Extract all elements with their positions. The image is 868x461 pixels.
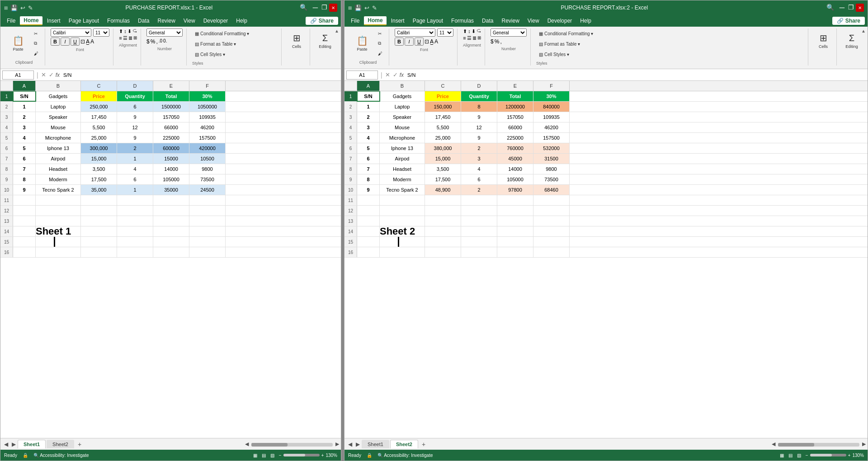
cancel-formula-btn-2[interactable]: ✕ [385, 71, 390, 78]
cut-btn-1[interactable]: ✂ [31, 28, 41, 38]
sheet-tab-sheet1-1[interactable]: Sheet1 [18, 440, 46, 448]
col-header-E-2[interactable]: E [497, 81, 533, 91]
menu-formulas-1[interactable]: Formulas [104, 17, 133, 25]
cell-D5-1[interactable]: 9 [117, 133, 153, 143]
share-btn-2[interactable]: 🔗 Share [832, 17, 865, 25]
close-btn-2[interactable]: ✕ [856, 4, 864, 12]
cell-B6-1[interactable]: Iphone 13 [36, 143, 81, 153]
cell-C4-1[interactable]: 5,500 [81, 122, 117, 132]
cut-btn-2[interactable]: ✂ [375, 28, 385, 38]
col-header-D-2[interactable]: D [461, 81, 497, 91]
col-header-F-1[interactable]: F [189, 81, 226, 91]
comma-btn-2[interactable]: , [500, 38, 501, 45]
sheet-nav-left-2[interactable]: ◀ [346, 441, 354, 447]
col-header-A-1[interactable]: A [13, 81, 36, 91]
decrease-decimal-btn[interactable]: 0. [163, 38, 167, 45]
scrollbar-thumb-1[interactable] [251, 443, 288, 447]
conditional-formatting-btn-2[interactable]: ▦ Conditional Formatting ▾ [536, 28, 596, 38]
italic-btn-1[interactable]: I [61, 38, 70, 46]
scroll-right-icon-1[interactable]: ▶ [335, 441, 339, 447]
cell-A1-1[interactable]: S/N [13, 91, 36, 101]
paste-btn-1[interactable]: 📋 Paste [7, 31, 29, 56]
cell-D8-1[interactable]: 4 [117, 164, 153, 174]
col-header-B-2[interactable]: B [380, 81, 425, 91]
cell-D6-1[interactable]: 2 [117, 143, 153, 153]
menu-view-1[interactable]: View [180, 17, 199, 25]
zoom-out-btn-2[interactable]: − [806, 453, 808, 458]
align-bottom-btn[interactable]: ⬇ [127, 28, 132, 34]
cell-A6-1[interactable]: 5 [13, 143, 36, 153]
zoom-in-btn-2[interactable]: + [848, 453, 851, 458]
cell-E9-1[interactable]: 105000 [153, 174, 189, 184]
cell-F1-1[interactable]: 30% [189, 91, 226, 101]
align-bottom-btn-2[interactable]: ⬇ [472, 28, 476, 34]
cell-E7-1[interactable]: 15000 [153, 154, 189, 164]
sheet-tab-sheet1-2[interactable]: Sheet1 [362, 440, 389, 448]
border-btn-1[interactable]: ⊡ [80, 38, 85, 45]
bold-btn-2[interactable]: B [395, 38, 404, 46]
menu-developer-1[interactable]: Developer [200, 17, 232, 25]
col-header-C-1[interactable]: C [81, 81, 117, 91]
cell-C6-1[interactable]: 300,000 [81, 143, 117, 153]
view-normal-btn-2[interactable]: ▦ [780, 453, 784, 458]
cell-B1-1[interactable]: Gadgets [36, 91, 81, 101]
add-sheet-btn-1[interactable]: + [75, 441, 84, 448]
cell-A4-1[interactable]: 3 [13, 122, 36, 132]
col-header-B-1[interactable]: B [36, 81, 81, 91]
align-middle-btn-2[interactable]: ↕ [468, 28, 471, 34]
cell-E3-1[interactable]: 157050 [153, 112, 189, 122]
cell-B5-1[interactable]: Microphone [36, 133, 81, 143]
touch-icon-2[interactable]: ✎ [372, 5, 377, 11]
font-size-select-2[interactable]: 11 [437, 28, 453, 37]
scrollbar-track-2[interactable] [778, 443, 859, 447]
increase-decimal-btn[interactable]: .0 [159, 38, 162, 45]
underline-btn-2[interactable]: U [415, 38, 424, 46]
formula-input-2[interactable] [406, 72, 866, 78]
copy-btn-1[interactable]: ⧉ [31, 38, 41, 48]
view-page-btn-2[interactable]: ▤ [788, 453, 793, 458]
wrap-text-btn-2[interactable]: ⮎ [476, 28, 481, 34]
col-header-C-2[interactable]: C [425, 81, 461, 91]
search-icon-2[interactable]: 🔍 [826, 4, 834, 12]
restore-btn-2[interactable]: ❐ [848, 4, 854, 12]
cell-F5-1[interactable]: 157500 [189, 133, 226, 143]
menu-insert-2[interactable]: Insert [387, 17, 408, 25]
menu-view-2[interactable]: View [524, 17, 543, 25]
restore-btn[interactable]: ❐ [321, 4, 327, 12]
cell-C10-1[interactable]: 35,000 [81, 185, 117, 195]
col-header-D-1[interactable]: D [117, 81, 153, 91]
cell-C1-1[interactable]: Price [81, 91, 117, 101]
conditional-formatting-btn-1[interactable]: ▦ Conditional Formatting ▾ [192, 28, 252, 38]
cell-A2-1[interactable]: 1 [13, 102, 36, 112]
confirm-formula-btn-1[interactable]: ✓ [49, 71, 54, 78]
cell-E1-2[interactable]: Total [497, 91, 533, 101]
align-left-btn-2[interactable]: ≡ [463, 35, 466, 41]
sheet-scrollbar-1[interactable]: ◀ ▶ [245, 441, 339, 447]
scrollbar-track-1[interactable] [251, 443, 333, 447]
cell-C5-1[interactable]: 25,000 [81, 133, 117, 143]
menu-pagelayout-1[interactable]: Page Layout [65, 17, 103, 25]
cell-B10-1[interactable]: Tecno Spark 2 [36, 185, 81, 195]
percent-btn-2[interactable]: % [495, 38, 500, 45]
scroll-left-icon-1[interactable]: ◀ [245, 441, 249, 447]
italic-btn-2[interactable]: I [405, 38, 414, 46]
confirm-formula-btn-2[interactable]: ✓ [393, 71, 398, 78]
menu-file-1[interactable]: File [3, 17, 19, 25]
cell-A7-1[interactable]: 6 [13, 154, 36, 164]
minimize-btn-2[interactable]: ─ [840, 4, 844, 12]
format-as-table-btn-1[interactable]: ▤ Format as Table ▾ [192, 39, 252, 49]
fill-color-btn-1[interactable]: A̲ [86, 38, 90, 45]
cell-A9-1[interactable]: 8 [13, 174, 36, 184]
cell-E6-1[interactable]: 600000 [153, 143, 189, 153]
cell-D3-1[interactable]: 9 [117, 112, 153, 122]
cell-B1-2[interactable]: Gadgets [380, 91, 425, 101]
cell-F10-1[interactable]: 24500 [189, 185, 226, 195]
menu-data-1[interactable]: Data [134, 17, 153, 25]
add-sheet-btn-2[interactable]: + [419, 441, 428, 448]
sheet-scrollbar-2[interactable]: ◀ ▶ [772, 441, 866, 447]
sheet-nav-right-2[interactable]: ▶ [354, 441, 362, 447]
currency-btn[interactable]: $ [146, 38, 150, 45]
cell-C1-2[interactable]: Price [425, 91, 461, 101]
menu-help-1[interactable]: Help [232, 17, 251, 25]
search-icon[interactable]: 🔍 [300, 4, 307, 12]
